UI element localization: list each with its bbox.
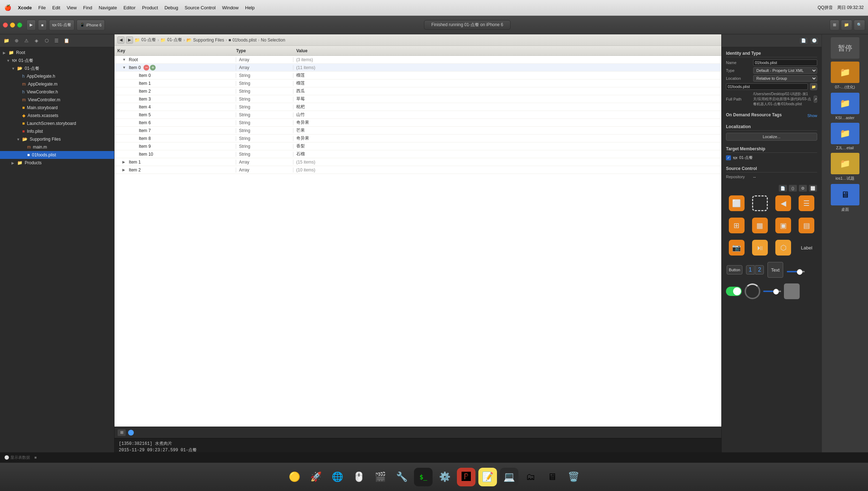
scheme-selector[interactable]: 🍽 01-点餐 xyxy=(49,20,74,30)
breadcrumb-01canting[interactable]: 01-点餐 xyxy=(141,37,156,43)
widget-list[interactable]: ☰ xyxy=(796,193,817,213)
dock-app1[interactable]: 🅿 xyxy=(457,468,476,486)
maximize-button[interactable] xyxy=(17,23,22,28)
plist-row-item0-5[interactable]: ▶ Item 5 String 山竹 xyxy=(114,111,721,119)
widget-dots[interactable] xyxy=(749,193,770,213)
desktop-icon-2[interactable]: 📁 KSI…aster xyxy=(827,93,863,120)
item2-arrow[interactable]: ▶ xyxy=(122,168,127,172)
name-input[interactable] xyxy=(753,59,817,66)
show-btn[interactable]: Show xyxy=(807,113,817,118)
tree-viewcontrollerm[interactable]: ▶ m ViewController.m xyxy=(0,96,114,104)
menu-xcode[interactable]: Xcode xyxy=(18,5,32,10)
tree-supporting-files[interactable]: ▼ 📂 Supporting Files xyxy=(0,135,114,143)
plist-row-item0-0[interactable]: ▶ Item 0 String 榴莲 xyxy=(114,72,721,79)
breadcrumb-supporting[interactable]: Supporting Files xyxy=(193,38,224,43)
widget-text[interactable]: Text xyxy=(767,260,784,280)
widget-btn3[interactable]: ⚙ xyxy=(799,185,807,192)
menu-debug[interactable]: Debug xyxy=(165,5,178,10)
menu-source-control[interactable]: Source Control xyxy=(185,5,216,10)
tree-root-item[interactable]: ▶ 📁 Root xyxy=(0,49,114,57)
console-toggle-btn[interactable]: ⊞ xyxy=(117,429,126,436)
breadcrumb-01canting2[interactable]: 01-点餐 xyxy=(167,37,182,43)
widget-view2[interactable]: ▦ xyxy=(749,215,770,235)
dock-app2[interactable]: 💻 xyxy=(500,468,518,486)
localize-btn[interactable]: Localize... xyxy=(726,133,817,141)
nav-back-btn[interactable]: ◀ xyxy=(117,37,125,44)
root-arrow[interactable]: ▼ xyxy=(122,58,127,62)
tree-01foodsplist[interactable]: ▶ ■ 01foods.plist xyxy=(0,151,114,159)
plist-row-item0[interactable]: ▼ Item 0 − + Array (11 items) xyxy=(114,64,721,72)
widget-camera[interactable]: 📷 xyxy=(726,238,747,258)
search-icon-btn[interactable]: ⊕ xyxy=(12,37,21,45)
item1-arrow[interactable]: ▶ xyxy=(122,160,127,164)
widget-play[interactable]: ⏯ xyxy=(749,238,770,258)
dock-safari[interactable]: 🌐 xyxy=(328,468,347,486)
widget-label[interactable]: Label xyxy=(796,238,817,258)
tree-products[interactable]: ▶ 📁 Products xyxy=(0,159,114,167)
tree-group-item[interactable]: ▼ 📂 01-点餐 xyxy=(0,64,114,72)
plist-row-item0-9[interactable]: ▶ Item 9 String 香梨 xyxy=(114,142,721,150)
tree-mainstoryboard[interactable]: ▶ ■ Main.storyboard xyxy=(0,104,114,112)
menu-file[interactable]: File xyxy=(38,5,46,10)
minimize-button[interactable] xyxy=(10,23,15,28)
view-toggle-btn[interactable]: ⊞ xyxy=(830,20,839,30)
input-method[interactable]: QQ拼音 xyxy=(818,5,833,11)
folder-icon-btn[interactable]: 📁 xyxy=(2,37,11,45)
menu-edit[interactable]: Edit xyxy=(52,5,60,10)
plist-row-item0-3[interactable]: ▶ Item 3 String 草莓 xyxy=(114,95,721,103)
desktop-icon-5[interactable]: 🖥 桌面 xyxy=(827,184,863,212)
tree-appdelegatem[interactable]: ▶ m AppDelegate.m xyxy=(0,80,114,88)
apple-menu[interactable]: 🍎 xyxy=(4,4,11,11)
dock-app3[interactable]: 🗂 xyxy=(521,468,540,486)
menu-help[interactable]: Help xyxy=(245,5,255,10)
tree-project-item[interactable]: ▼ 🍽 01-点餐 xyxy=(0,57,114,64)
dock-media[interactable]: 🎬 xyxy=(371,468,390,486)
filename-edit-btn[interactable]: 📁 xyxy=(810,83,817,90)
breakpoint-icon-btn[interactable]: ☰ xyxy=(52,37,61,45)
dock-tools[interactable]: 🔧 xyxy=(392,468,411,486)
plist-row-item0-4[interactable]: ▶ Item 4 String 枇杷 xyxy=(114,103,721,111)
inspector-clock-btn[interactable]: 🕐 xyxy=(810,37,819,44)
tree-launchscreen[interactable]: ▶ ■ LaunchScreen.storyboard xyxy=(0,120,114,127)
dock-launchpad[interactable]: 🚀 xyxy=(307,468,325,486)
desktop-icon-1[interactable]: 📁 07-…(优化) xyxy=(827,62,863,90)
menu-editor[interactable]: Editor xyxy=(123,5,136,10)
dock-mouse[interactable]: 🖱️ xyxy=(350,468,368,486)
plist-row-item0-7[interactable]: ▶ Item 7 String 芒果 xyxy=(114,127,721,135)
menu-find[interactable]: Find xyxy=(83,5,92,10)
tree-viewcontrollerh[interactable]: ▶ h ViewController.h xyxy=(0,88,114,96)
desktop-icon-pause[interactable]: 暂停 xyxy=(827,37,863,59)
widget-toggle[interactable] xyxy=(726,287,742,296)
dock-notes[interactable]: 📝 xyxy=(478,468,497,486)
widget-btn4[interactable]: ⬜ xyxy=(809,185,817,192)
tree-infoplist[interactable]: ▶ ■ Info.plist xyxy=(0,127,114,135)
close-button[interactable] xyxy=(3,23,8,28)
device-selector[interactable]: 📱 iPhone 6 xyxy=(77,20,105,30)
widget-slider2[interactable] xyxy=(763,291,781,292)
stepper-2-btn[interactable]: 2 xyxy=(755,265,764,274)
tree-appdelegateh[interactable]: ▶ h AppDelegate.h xyxy=(0,72,114,80)
plist-row-item0-1[interactable]: ▶ Item 1 String 榴莲 xyxy=(114,79,721,87)
location-select[interactable]: Relative to Group xyxy=(753,75,817,82)
widget-slider[interactable] xyxy=(787,271,805,272)
desktop-icon-4[interactable]: 📁 ios1…试题 xyxy=(827,153,863,181)
menu-navigate[interactable]: Navigate xyxy=(99,5,117,10)
tree-mainm[interactable]: ▶ m main.m xyxy=(0,143,114,151)
widget-view4[interactable]: ▤ xyxy=(796,215,817,235)
plist-row-item0-2[interactable]: ▶ Item 2 String 西瓜 xyxy=(114,87,721,95)
nav-forward-btn[interactable]: ▶ xyxy=(126,37,133,44)
widget-btn2[interactable]: () xyxy=(789,185,797,192)
widget-view3[interactable]: ▣ xyxy=(773,215,794,235)
widget-cube[interactable]: ⬡ xyxy=(773,238,794,258)
stop-button[interactable]: ■ xyxy=(38,20,47,30)
widget-view[interactable]: ⬜ xyxy=(726,193,747,213)
menu-product[interactable]: Product xyxy=(142,5,158,10)
plist-row-item2[interactable]: ▶ Item 2 Array (10 items) xyxy=(114,166,721,174)
item0-arrow[interactable]: ▼ xyxy=(122,65,127,69)
menu-view[interactable]: View xyxy=(67,5,77,10)
dock-finder[interactable]: 🟡 xyxy=(285,468,304,486)
item0-add-btn[interactable]: + xyxy=(150,65,156,71)
widget-stepper[interactable]: 1 2 xyxy=(746,265,764,274)
dock-settings[interactable]: ⚙️ xyxy=(435,468,454,486)
target-checkbox[interactable]: ✓ xyxy=(726,155,731,160)
